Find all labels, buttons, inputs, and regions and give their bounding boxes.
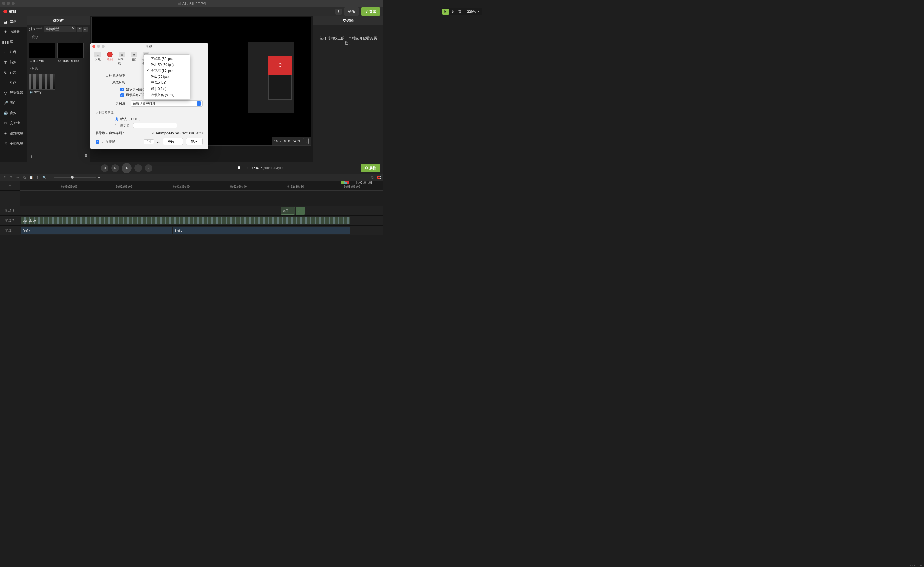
nav-annotations[interactable]: ▭注释	[0, 47, 27, 57]
properties-button[interactable]: ⚙ 属性	[361, 164, 380, 172]
checkbox-icon[interactable]: ✓	[96, 140, 99, 144]
media-item[interactable]: 🔉firefly	[29, 74, 55, 94]
sort-select[interactable]: 媒体类型 ⇅	[44, 26, 75, 32]
clip-video[interactable]: gsp-video	[21, 217, 351, 224]
next-frame-button[interactable]: |▷	[111, 164, 119, 172]
fps-option[interactable]: 高帧率 (60 fps)	[144, 56, 190, 62]
detach-button[interactable]: ⧉	[370, 175, 375, 180]
record-button[interactable]: 录制	[3, 9, 16, 14]
pref-minimize-button[interactable]	[97, 45, 100, 48]
fps-option-selected[interactable]: 全动态 (30 fps)	[144, 68, 190, 74]
list-view-button[interactable]: ☰	[77, 27, 82, 32]
media-bin: 媒体箱 排序方式 媒体类型 ⇅ ☰ ⊞ - 视频 ▭gsp-video ▭spl…	[27, 16, 90, 162]
pref-tab-general[interactable]: ▢常规	[92, 51, 103, 66]
fullscreen-button[interactable]: ⛶	[303, 138, 309, 144]
paste-button[interactable]: 📋	[28, 175, 33, 180]
nav-interactivity[interactable]: ⧉交互性	[0, 118, 27, 128]
pref-tab-project[interactable]: ▣项目	[129, 51, 140, 66]
export-button[interactable]: ⇪ 导出	[361, 8, 380, 16]
nav-behaviors[interactable]: ↯行为	[0, 67, 27, 78]
track-label-2[interactable]: 轨道 2	[0, 216, 20, 225]
timeline-body[interactable]: 0:03:04;09 0:00:30;00 0:01:00;00 0:01:30…	[20, 181, 384, 236]
after-select[interactable]: 在编辑器中打开 ▴▾	[131, 100, 203, 106]
undo-button[interactable]: ↶	[2, 175, 7, 180]
media-thumb[interactable]	[29, 43, 55, 58]
properties-label: 属性	[369, 166, 376, 171]
show-button[interactable]: 显示	[186, 138, 203, 145]
change-button[interactable]: 更改…	[163, 138, 183, 145]
grid-view-button[interactable]: ⊞	[82, 27, 88, 32]
track-2[interactable]: gsp-video	[20, 216, 384, 225]
delete-days-input[interactable]: 14	[144, 139, 154, 144]
next-button[interactable]: ›	[145, 164, 153, 172]
nav-library[interactable]: ▮▮▮库	[0, 37, 27, 47]
nav-media[interactable]: ▦媒体	[0, 16, 27, 27]
seek-thumb[interactable]	[238, 166, 240, 169]
traffic-lights[interactable]	[2, 2, 15, 5]
nav-animations[interactable]: →动画	[0, 78, 27, 88]
media-item[interactable]: ▭splash-screen	[57, 43, 84, 63]
grid-toggle-button[interactable]: ⊞	[85, 153, 88, 160]
nav-transitions[interactable]: ◫转换	[0, 57, 27, 67]
zoom-search[interactable]: 🔍	[42, 175, 47, 180]
media-thumb[interactable]	[57, 43, 84, 58]
track-label-1[interactable]: 轨道 1	[0, 225, 20, 236]
nav-audio-effects[interactable]: 🔊音效	[0, 108, 27, 118]
nav-cursor-effects[interactable]: ◎光标效果	[0, 88, 27, 98]
checkbox-icon[interactable]: ✓	[120, 93, 124, 97]
playhead[interactable]	[346, 181, 347, 236]
pref-tab-timeline[interactable]: ▥时间线	[117, 51, 128, 66]
pref-close-button[interactable]	[92, 45, 95, 48]
track-1[interactable]: firefly firefly	[20, 225, 384, 236]
nav-narration[interactable]: 🎤旁白	[0, 98, 27, 108]
redo-button[interactable]: ↷	[9, 175, 14, 180]
pref-zoom-button[interactable]	[102, 45, 105, 48]
zoom-light[interactable]	[12, 2, 15, 5]
checkbox-icon[interactable]: ✓	[120, 88, 124, 92]
pref-title: 录制	[146, 44, 153, 49]
media-item[interactable]: ▭gsp-video	[29, 43, 55, 63]
radio-on-icon[interactable]	[115, 117, 118, 121]
custom-prefix-input[interactable]	[133, 123, 177, 128]
close-light[interactable]	[2, 2, 5, 5]
nav-visual-effects[interactable]: ✦视觉效果	[0, 128, 27, 138]
clip-audio-1[interactable]: firefly	[21, 226, 172, 234]
login-button[interactable]: 登录	[344, 8, 359, 16]
track-3[interactable]: 试用! ➜	[20, 206, 384, 216]
prev-frame-button[interactable]: ◁|	[101, 164, 108, 172]
pref-group-prefix: 录制名称前缀 默认（"Rec "） 自定义	[96, 110, 203, 128]
nav-gesture-effects[interactable]: ☟手势效果	[0, 138, 27, 148]
fps-option[interactable]: 低 (10 fps)	[144, 86, 190, 92]
cut-button[interactable]: ✂	[15, 175, 20, 180]
fps-option[interactable]: 演示文稿 (5 fps)	[144, 92, 190, 98]
zoom-out-button[interactable]: −	[51, 175, 53, 179]
clip-audio-2[interactable]: firefly	[173, 226, 351, 234]
zoom-thumb[interactable]	[71, 176, 74, 178]
track-label-3[interactable]: 轨道 3	[0, 206, 20, 216]
pref-traffic-lights[interactable]	[92, 45, 105, 48]
zoom-in-button[interactable]: ＋	[97, 175, 101, 180]
add-track-button[interactable]: ＋	[8, 183, 12, 188]
magnet-button[interactable]: 🧲	[376, 175, 381, 180]
clip-annotation[interactable]: 试用!	[281, 207, 295, 214]
clip-annotation-2[interactable]: ➜	[296, 207, 305, 214]
add-media-button[interactable]: ＋	[29, 153, 34, 160]
fps-option[interactable]: 中 (15 fps)	[144, 80, 190, 86]
zoom-slider[interactable]	[54, 177, 96, 178]
seek-bar[interactable]	[158, 168, 240, 168]
minimize-light[interactable]	[7, 2, 10, 5]
fps-option[interactable]: PAL (25 fps)	[144, 74, 190, 80]
split-button[interactable]: ⫛	[35, 175, 40, 180]
radio-custom[interactable]: 自定义	[115, 123, 203, 128]
fps-option[interactable]: PAL-50 (50 fps)	[144, 62, 190, 68]
radio-off-icon[interactable]	[115, 124, 118, 128]
play-button[interactable]	[122, 163, 132, 173]
prev-button[interactable]: ‹	[134, 164, 142, 172]
radio-default[interactable]: 默认（"Rec "）	[115, 117, 203, 122]
download-button[interactable]: ⬇	[335, 9, 342, 15]
pref-tab-recording[interactable]: 录制	[104, 51, 116, 66]
copy-button[interactable]: ⧉	[22, 175, 27, 180]
media-thumb[interactable]	[29, 74, 55, 90]
nav-favorites[interactable]: ★收藏夹	[0, 27, 27, 37]
timeline-ruler[interactable]: 0:00:30;00 0:01:00;00 0:01:30;00 0:02:00…	[20, 184, 384, 190]
